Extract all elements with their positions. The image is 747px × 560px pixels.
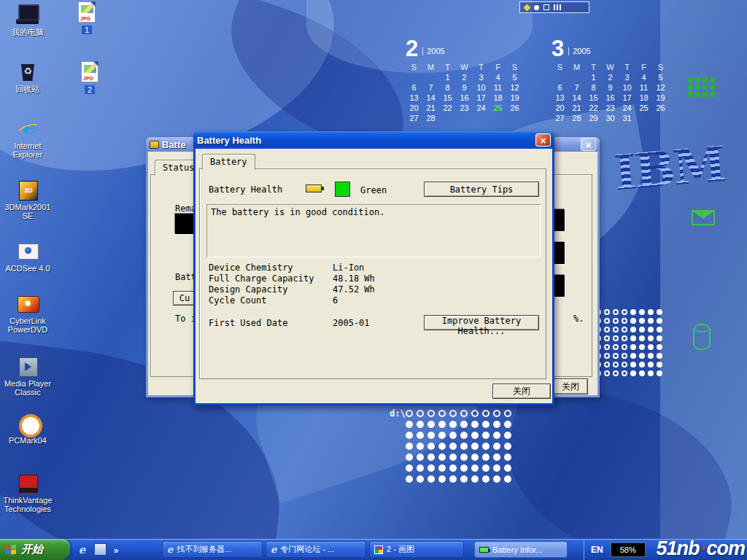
start-button[interactable]: 开始 bbox=[0, 539, 70, 560]
language-indicator[interactable]: EN bbox=[591, 545, 603, 555]
calendar-cell: 15 bbox=[585, 93, 602, 104]
jpg-file-icon: JPG bbox=[78, 1, 96, 23]
quicklaunch-ie-icon[interactable] bbox=[76, 543, 88, 556]
calendar-cell: 10 bbox=[619, 83, 635, 93]
wallpaper-dot bbox=[438, 454, 446, 461]
indicator-dot-icon bbox=[534, 5, 539, 10]
wallpaper-dot bbox=[471, 410, 479, 417]
task-label: 2 - 画图 bbox=[387, 544, 414, 555]
calendar-cell: 24 bbox=[473, 104, 489, 114]
calendar-grid: SMTWTFS123456789101112131415161718192021… bbox=[551, 63, 669, 124]
wallpaper-dot bbox=[504, 475, 511, 483]
wallpaper-dot bbox=[604, 370, 610, 376]
health-status-text: Green bbox=[360, 185, 387, 195]
wallpaper-dot bbox=[427, 410, 435, 417]
calendar-cell: S bbox=[506, 63, 523, 73]
calendar-cell: 17 bbox=[473, 93, 489, 104]
calendar-cell: 11 bbox=[489, 83, 506, 93]
wallpaper-dot bbox=[504, 464, 511, 472]
wallpaper-dot bbox=[427, 475, 435, 483]
calendar-cell: 11 bbox=[635, 83, 652, 93]
wallpaper-dot bbox=[406, 454, 413, 461]
wallpaper-dot bbox=[504, 432, 511, 439]
calendar-cell: T bbox=[473, 63, 489, 73]
wallpaper-dot bbox=[427, 464, 435, 472]
wallpaper-dot bbox=[438, 410, 446, 417]
desktop-icon-acdsee[interactable]: ACDSee 4.0 bbox=[1, 241, 55, 273]
tab-battery[interactable]: Battery bbox=[202, 154, 255, 170]
wallpaper-dot bbox=[493, 475, 500, 483]
watermark-text: 51nb bbox=[656, 537, 699, 559]
wallpaper-dot bbox=[482, 410, 489, 417]
calendar-cell: 13 bbox=[551, 93, 568, 104]
wallpaper-dot bbox=[657, 309, 662, 315]
wallpaper-dot bbox=[648, 335, 654, 341]
wallpaper-dot-grid-bottom bbox=[406, 410, 515, 486]
wallpaper-dot bbox=[622, 318, 627, 324]
wallpaper-dot bbox=[613, 353, 619, 359]
battery-meter[interactable]: 58% bbox=[611, 542, 646, 557]
calendar-cell: T bbox=[585, 63, 602, 73]
desktop-icon-internet-explorer[interactable]: Internet Explorer bbox=[1, 118, 55, 159]
battery-small-icon bbox=[306, 184, 322, 192]
battery-health-close-button[interactable] bbox=[535, 133, 551, 147]
quicklaunch-overflow-chevron-icon[interactable] bbox=[112, 543, 120, 556]
wallpaper-dot bbox=[460, 464, 468, 472]
desktop-icon-recycle-bin[interactable]: 回收站 bbox=[1, 61, 55, 93]
wallpaper-dot bbox=[460, 432, 468, 439]
battery-info-close-bottom-button[interactable]: 关闭 bbox=[553, 378, 588, 394]
calendar-cell: 8 bbox=[439, 83, 456, 93]
wallpaper-dot bbox=[613, 327, 619, 332]
calendar-cell: 31 bbox=[619, 114, 635, 124]
desktop-icon-my-computer[interactable]: 我的电脑 bbox=[1, 4, 55, 36]
wallpaper-calendar-february: 2 2005 SMTWTFS12345678910111213141516171… bbox=[406, 38, 523, 124]
wallpaper-dot bbox=[438, 443, 446, 450]
calendar-cell: 12 bbox=[506, 83, 523, 93]
wallpaper-dot bbox=[417, 475, 424, 483]
desktop-icon-media-player-classic[interactable]: Media Player Classic bbox=[1, 356, 55, 397]
field-value: Li-Ion bbox=[333, 262, 364, 273]
media-player-classic-icon bbox=[15, 356, 40, 378]
desktop-icon-label: 我的电脑 bbox=[1, 28, 55, 36]
task-button-server-not-found[interactable]: 找不到服务器... bbox=[162, 541, 263, 558]
battery-health-titlebar[interactable]: Battery Health bbox=[193, 131, 554, 149]
desktop-icon-label: Media Player Classic bbox=[1, 379, 55, 397]
battery-tips-button[interactable]: Battery Tips bbox=[424, 182, 539, 197]
wallpaper-dot bbox=[417, 410, 424, 417]
field-row: Design Capacity 47.52 Wh bbox=[209, 284, 530, 295]
wallpaper-dot bbox=[639, 318, 645, 324]
calendar-cell bbox=[635, 114, 652, 124]
calendar-cell bbox=[406, 73, 422, 83]
desktop-icon-3dmark2001[interactable]: 3DMark2001 SE bbox=[1, 179, 55, 220]
battery-info-close-button[interactable] bbox=[581, 138, 596, 151]
task-button-forum[interactable]: 专门网论坛 - ... bbox=[266, 541, 366, 558]
wallpaper-dot bbox=[406, 421, 413, 428]
battery-health-dialog[interactable]: Battery Health Battery Battery Health Gr… bbox=[193, 131, 554, 405]
calendar-cell: 2 bbox=[602, 73, 619, 83]
file-icon-jpg-2[interactable]: JPG 2 bbox=[73, 61, 107, 96]
calendar-cell: 18 bbox=[635, 93, 652, 104]
desktop-icon-thinkvantage[interactable]: ThinkVantage Technologies bbox=[1, 472, 55, 513]
task-button-battery-information[interactable]: Battery Infor... bbox=[474, 541, 568, 558]
file-icon-jpg-1[interactable]: JPG 1 bbox=[70, 1, 104, 36]
calendar-cell: 24 bbox=[619, 104, 635, 114]
calendar-cell: 10 bbox=[473, 83, 489, 93]
calendar-year: 2005 bbox=[568, 47, 590, 55]
improve-battery-health-button[interactable]: Improve Battery Health... bbox=[424, 315, 539, 330]
wallpaper-dot bbox=[493, 432, 500, 439]
calendar-cell: 21 bbox=[568, 104, 585, 114]
desktop-icon-pcmark04[interactable]: PCMark04 bbox=[1, 413, 55, 445]
quicklaunch-show-desktop-icon[interactable] bbox=[94, 543, 107, 556]
calendar-cell: 6 bbox=[551, 83, 568, 93]
task-label: Battery Infor... bbox=[492, 545, 542, 554]
calendar-cell: W bbox=[602, 63, 619, 73]
battery-gauge bbox=[175, 214, 195, 234]
calendar-month-number: 3 bbox=[551, 38, 564, 60]
wallpaper-dot bbox=[427, 454, 435, 461]
calendar-cell bbox=[456, 114, 473, 124]
desktop-icon-powerdvd[interactable]: CyberLink PowerDVD bbox=[1, 293, 55, 334]
dialog-close-button[interactable]: 关闭 bbox=[492, 384, 551, 399]
task-button-paint[interactable]: 2 - 画图 bbox=[369, 541, 464, 558]
wallpaper-dot bbox=[639, 362, 645, 368]
ibm-logo: IBM bbox=[612, 140, 726, 198]
